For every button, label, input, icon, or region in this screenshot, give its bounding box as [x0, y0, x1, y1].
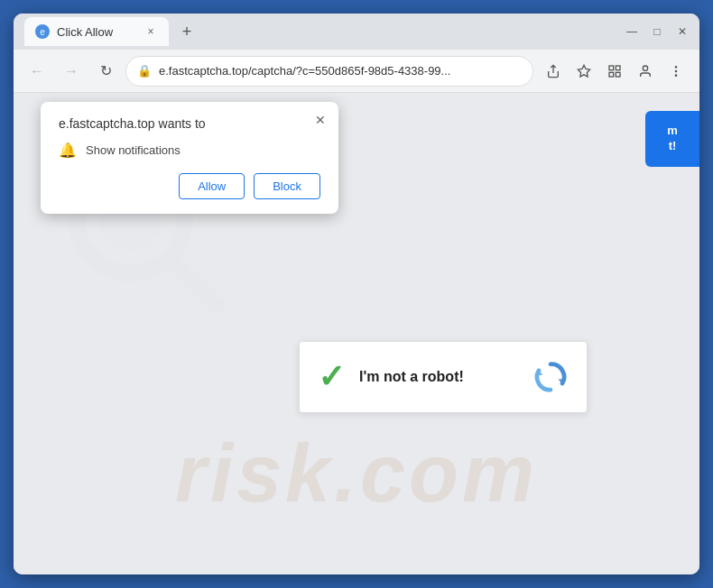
tab-title: Click Allow [57, 25, 136, 39]
minimize-button[interactable]: — [625, 25, 638, 38]
recaptcha-logo [532, 359, 569, 395]
favicon-letter: e [40, 27, 45, 37]
toolbar: ← → ↻ 🔒 e.fastcaptcha.top/captcha/?c=550… [14, 50, 699, 93]
popup-notification-row: 🔔 Show notifications [59, 142, 320, 159]
svg-rect-3 [616, 66, 620, 70]
title-bar: e Click Allow × + — □ ✕ [14, 14, 699, 50]
svg-rect-4 [616, 72, 620, 77]
close-window-button[interactable]: ✕ [676, 25, 689, 38]
recaptcha-label: I'm not a robot! [359, 369, 518, 385]
block-button[interactable]: Block [254, 173, 320, 199]
browser-tab[interactable]: e Click Allow × [24, 17, 169, 46]
blue-cta-line1: m [654, 124, 690, 139]
extension-button[interactable] [600, 57, 629, 86]
svg-point-6 [643, 66, 647, 70]
recaptcha-box[interactable]: ✓ I'm not a robot! [299, 341, 588, 413]
tab-favicon: e [35, 24, 50, 39]
bookmark-button[interactable] [569, 57, 598, 86]
back-icon: ← [30, 63, 44, 79]
window-controls: — □ ✕ [625, 25, 689, 38]
popup-buttons: Allow Block [59, 173, 320, 199]
svg-rect-2 [609, 66, 614, 70]
profile-button[interactable] [631, 57, 660, 86]
forward-icon: → [64, 63, 79, 79]
maximize-button[interactable]: □ [651, 25, 663, 38]
svg-line-11 [171, 260, 217, 305]
new-tab-button[interactable]: + [174, 19, 199, 44]
notification-popup: ✕ e.fastcaptcha.top wants to 🔔 Show noti… [41, 102, 338, 214]
svg-point-9 [675, 75, 676, 76]
toolbar-actions [539, 57, 690, 86]
forward-button[interactable]: → [57, 57, 86, 86]
svg-point-7 [675, 66, 676, 67]
share-button[interactable] [539, 57, 568, 86]
bell-icon: 🔔 [59, 142, 77, 159]
refresh-button[interactable]: ↻ [91, 57, 120, 86]
check-mark-icon: ✓ [318, 361, 345, 393]
lock-icon: 🔒 [137, 64, 152, 78]
browser-window: e Click Allow × + — □ ✕ ← → ↻ 🔒 e.fastca… [14, 14, 699, 574]
popup-title: e.fastcaptcha.top wants to [59, 116, 320, 131]
allow-button[interactable]: Allow [179, 173, 245, 199]
tab-close-button[interactable]: × [144, 24, 158, 39]
svg-point-8 [675, 70, 676, 71]
back-button[interactable]: ← [23, 57, 51, 86]
blue-cta-line2: t! [654, 139, 690, 154]
blue-cta-box: m t! [645, 111, 699, 167]
refresh-icon: ↻ [100, 62, 112, 79]
address-bar[interactable]: 🔒 e.fastcaptcha.top/captcha/?c=550d865f-… [125, 56, 533, 87]
popup-close-button[interactable]: ✕ [311, 111, 329, 129]
notification-label: Show notifications [86, 143, 181, 157]
watermark-text: risk.com [175, 427, 538, 520]
svg-rect-5 [609, 72, 614, 77]
svg-marker-1 [578, 65, 589, 77]
menu-button[interactable] [662, 57, 690, 86]
tab-area: e Click Allow × + [24, 17, 618, 46]
page-content: risk.com m t! ✕ e.fastcaptcha.top wants … [14, 93, 699, 574]
url-text: e.fastcaptcha.top/captcha/?c=550d865f-98… [159, 64, 522, 78]
